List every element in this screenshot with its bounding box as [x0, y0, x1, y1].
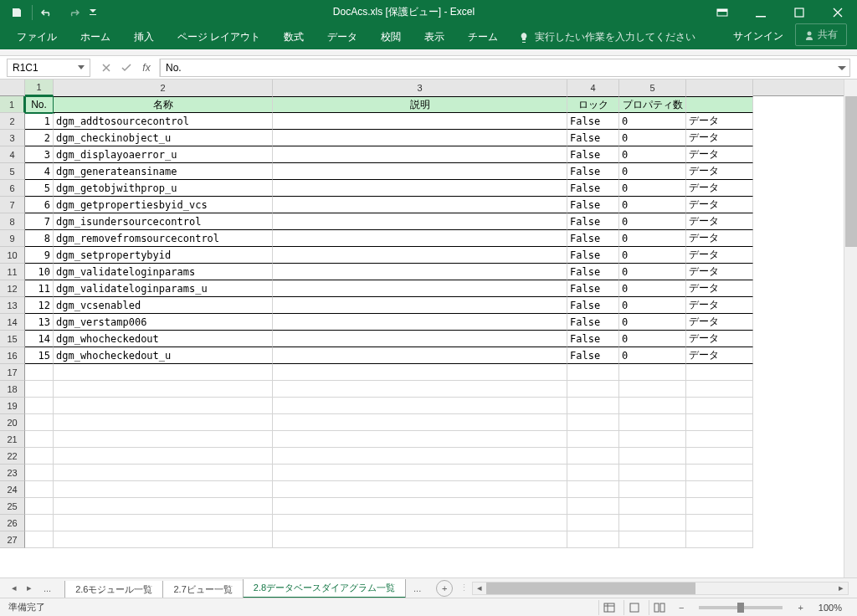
- cell[interactable]: dgm_whocheckedout_u: [54, 347, 273, 364]
- cell[interactable]: [619, 364, 686, 381]
- cell[interactable]: False: [567, 113, 619, 130]
- cell[interactable]: 0: [619, 163, 686, 180]
- cell[interactable]: False: [567, 280, 619, 297]
- cell[interactable]: [567, 531, 619, 548]
- cell[interactable]: 14: [25, 331, 54, 347]
- cell[interactable]: False: [567, 163, 619, 180]
- cell[interactable]: dgm_isundersourcecontrol: [54, 213, 273, 230]
- cell[interactable]: [567, 465, 619, 481]
- cell[interactable]: [567, 498, 619, 515]
- cell[interactable]: [619, 498, 686, 515]
- cell[interactable]: [54, 364, 273, 381]
- cell[interactable]: dgm_whocheckedout: [54, 331, 273, 347]
- vertical-scrollbar[interactable]: [844, 80, 857, 578]
- cell[interactable]: [686, 414, 753, 431]
- row-header[interactable]: 16: [0, 347, 25, 364]
- cell[interactable]: [686, 381, 753, 398]
- cell[interactable]: [567, 448, 619, 465]
- maximize-button[interactable]: [780, 0, 819, 24]
- cell[interactable]: [273, 465, 567, 481]
- cell[interactable]: [54, 398, 273, 414]
- cell[interactable]: 0: [619, 213, 686, 230]
- formula-input[interactable]: No.: [160, 59, 834, 77]
- row-header[interactable]: 5: [0, 163, 25, 180]
- cell[interactable]: 3: [25, 146, 54, 163]
- cell[interactable]: [54, 498, 273, 515]
- cell[interactable]: False: [567, 264, 619, 280]
- cell[interactable]: データ: [686, 130, 753, 146]
- cell[interactable]: [54, 431, 273, 448]
- cell[interactable]: [54, 465, 273, 481]
- cell[interactable]: [686, 481, 753, 498]
- cell[interactable]: データ: [686, 163, 753, 180]
- cell[interactable]: データ: [686, 264, 753, 280]
- row-header[interactable]: 24: [0, 481, 25, 498]
- row-header[interactable]: 25: [0, 498, 25, 515]
- cell[interactable]: [619, 481, 686, 498]
- zoom-in-button[interactable]: +: [793, 603, 808, 613]
- cell[interactable]: [273, 197, 567, 213]
- cell[interactable]: [54, 531, 273, 548]
- cell[interactable]: [567, 381, 619, 398]
- cell[interactable]: [273, 130, 567, 146]
- cell[interactable]: [273, 448, 567, 465]
- cell[interactable]: 0: [619, 347, 686, 364]
- row-header[interactable]: 2: [0, 113, 25, 130]
- cell[interactable]: データ: [686, 314, 753, 331]
- cell[interactable]: dgm_displayoaerror_u: [54, 146, 273, 163]
- cell[interactable]: 0: [619, 247, 686, 264]
- cell[interactable]: False: [567, 314, 619, 331]
- cell[interactable]: dgm_vcsenabled: [54, 297, 273, 314]
- enter-formula-button[interactable]: [117, 59, 136, 77]
- row-header[interactable]: 17: [0, 364, 25, 381]
- cell[interactable]: False: [567, 146, 619, 163]
- close-button[interactable]: [819, 0, 857, 24]
- tab-team[interactable]: チーム: [456, 25, 510, 49]
- cell[interactable]: 10: [25, 264, 54, 280]
- cell[interactable]: [619, 431, 686, 448]
- cell[interactable]: [619, 381, 686, 398]
- cell[interactable]: データ: [686, 146, 753, 163]
- cell[interactable]: [619, 398, 686, 414]
- cell[interactable]: [567, 481, 619, 498]
- column-header[interactable]: [686, 80, 753, 96]
- cell[interactable]: 0: [619, 297, 686, 314]
- sheet-tab[interactable]: 2.6モジュール一覧: [64, 581, 163, 598]
- tab-review[interactable]: 校閲: [369, 25, 413, 49]
- cell[interactable]: [619, 465, 686, 481]
- tab-insert[interactable]: 挿入: [122, 25, 166, 49]
- cell[interactable]: [273, 314, 567, 331]
- cell[interactable]: [686, 431, 753, 448]
- view-page-layout-button[interactable]: [624, 600, 645, 615]
- cell[interactable]: ロック: [567, 96, 619, 113]
- share-button[interactable]: 共有: [795, 23, 847, 46]
- sheet-nav-next[interactable]: ▸: [23, 583, 35, 594]
- cell[interactable]: [686, 515, 753, 531]
- cell[interactable]: [686, 465, 753, 481]
- cell[interactable]: [25, 431, 54, 448]
- cell[interactable]: データ: [686, 280, 753, 297]
- zoom-out-button[interactable]: −: [674, 603, 689, 613]
- cell[interactable]: False: [567, 130, 619, 146]
- cell[interactable]: データ: [686, 230, 753, 247]
- row-header[interactable]: 7: [0, 197, 25, 213]
- cell[interactable]: [273, 331, 567, 347]
- row-header[interactable]: 14: [0, 314, 25, 331]
- cell[interactable]: 名称: [54, 96, 273, 113]
- tell-me-search[interactable]: 実行したい作業を入力してください: [510, 25, 704, 49]
- cell[interactable]: [619, 531, 686, 548]
- cell[interactable]: [567, 431, 619, 448]
- ribbon-display-button[interactable]: [703, 0, 742, 24]
- cell[interactable]: データ: [686, 213, 753, 230]
- cell[interactable]: [273, 280, 567, 297]
- row-header[interactable]: 4: [0, 146, 25, 163]
- cell[interactable]: [273, 431, 567, 448]
- cell[interactable]: データ: [686, 113, 753, 130]
- spreadsheet-grid[interactable]: 12345 1No.名称説明ロックプロパティ数21dgm_addtosource…: [0, 80, 857, 578]
- row-header[interactable]: 8: [0, 213, 25, 230]
- cell[interactable]: [619, 515, 686, 531]
- sheet-more-right[interactable]: ...: [405, 583, 429, 593]
- cell[interactable]: [54, 414, 273, 431]
- tab-home[interactable]: ホーム: [69, 25, 122, 49]
- row-header[interactable]: 22: [0, 448, 25, 465]
